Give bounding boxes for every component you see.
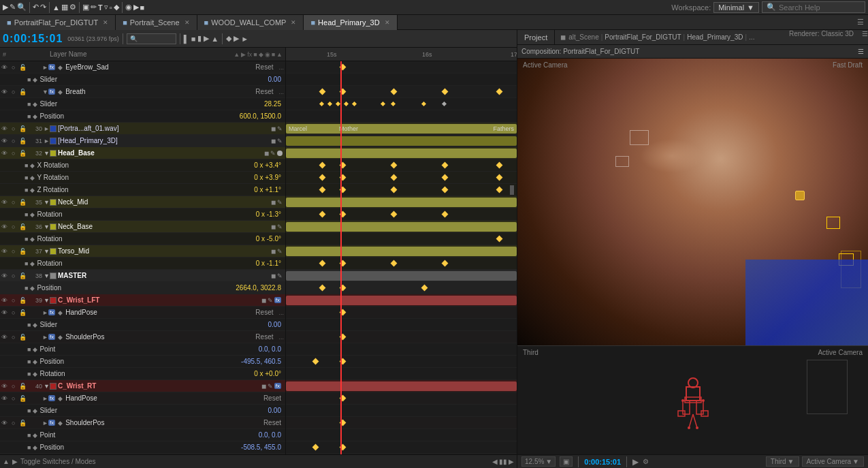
switch-icon-40[interactable]: ◼ (261, 383, 266, 390)
eye-icon[interactable]: 👁 (1, 64, 11, 71)
nav-icon[interactable]: ◼ (560, 33, 566, 41)
edit-icon-30[interactable]: ✎ (277, 125, 283, 132)
tl-bottom-icon2[interactable]: ▶ (12, 458, 18, 465)
toggle-label[interactable]: Toggle Switches / Modes (20, 458, 96, 465)
comp-options-icon[interactable]: ☰ (858, 48, 864, 55)
solo-icon-hp2[interactable]: ○ (12, 395, 18, 402)
eye-icon-sp2[interactable]: 👁 (1, 420, 11, 426)
expand-1[interactable]: ► (42, 64, 48, 71)
settings-icon[interactable]: ⚙ (69, 3, 76, 12)
tab-close-wood-wall[interactable]: ✕ (291, 19, 296, 26)
expand-36[interactable]: ▼ (44, 223, 50, 230)
redo-icon[interactable]: ↷ (40, 3, 46, 12)
switch-icon-39[interactable]: ◼ (261, 297, 266, 304)
camera-tool-icon[interactable]: ▲ (52, 3, 60, 12)
switch-icon-32[interactable]: ◼ (264, 150, 269, 157)
lock-icon-hp1[interactable]: 🔓 (19, 309, 26, 316)
tl-render-icon[interactable]: ◆ (226, 34, 231, 43)
tl-tool4[interactable]: ▶ (204, 34, 209, 43)
tab-portraitflat[interactable]: ■ PortraitFlat_For_DIGTUT ✕ (0, 15, 116, 30)
switch-icon-31[interactable]: ◼ (271, 138, 276, 144)
solo-icon-37[interactable]: ○ (12, 248, 18, 255)
lock-icon-hp2[interactable]: 🔓 (19, 395, 26, 402)
eye-icon-2[interactable]: 👁 (1, 89, 11, 95)
tab-head-primary[interactable]: ■ Head_Primary_3D ✕ (304, 15, 397, 30)
preview-icon[interactable]: ▶ (632, 457, 639, 467)
edit-icon-37[interactable]: ✎ (277, 248, 283, 255)
tab-close-head-primary[interactable]: ✕ (385, 19, 390, 26)
expand-sp1[interactable]: ► (42, 334, 48, 341)
tab-portrait-scene[interactable]: ■ Portrait_Scene ✕ (116, 15, 197, 30)
solo-icon-40[interactable]: ○ (12, 383, 18, 390)
nav-slider[interactable]: ▮▮ (499, 458, 507, 465)
eye-icon-39[interactable]: 👁 (1, 297, 11, 304)
pen-tool-icon[interactable]: ✎ (10, 3, 16, 12)
lock-icon-sp1[interactable]: 🔓 (19, 334, 26, 341)
solo-icon-38[interactable]: ○ (12, 272, 18, 279)
lock-icon-30[interactable]: 🔓 (19, 125, 26, 132)
solo-icon-2[interactable]: ○ (12, 89, 18, 95)
expand-39[interactable]: ▼ (44, 297, 50, 304)
solo-dot-32[interactable] (277, 151, 283, 156)
solo-icon-36[interactable]: ○ (12, 223, 18, 230)
eraser-tool-icon[interactable]: ▫ (110, 3, 112, 12)
path-tool-icon[interactable]: ▿ (104, 3, 108, 12)
expand-30[interactable]: ► (44, 125, 50, 132)
lock-icon-sp2[interactable]: 🔓 (19, 420, 26, 426)
eye-icon-32[interactable]: 👁 (1, 150, 11, 157)
solo-icon-35[interactable]: ○ (12, 199, 18, 206)
tl-tool5[interactable]: ▲ (211, 35, 219, 43)
preview-settings-icon[interactable]: ⚙ (643, 458, 649, 465)
tab-wood-wall[interactable]: ■ WOOD_WALL_COMP ✕ (197, 15, 304, 30)
eye-icon-30[interactable]: 👁 (1, 125, 11, 132)
expand-38[interactable]: ▼ (44, 272, 50, 279)
lock-icon-40[interactable]: 🔓 (19, 383, 26, 390)
tab-close-portraitflat[interactable]: ✕ (103, 19, 108, 26)
lock-icon[interactable]: 🔓 (19, 64, 26, 71)
solo-icon-39[interactable]: ○ (12, 297, 18, 304)
expand-40[interactable]: ▼ (44, 383, 50, 390)
shape-tool-icon[interactable]: ▣ (82, 3, 89, 12)
lock-icon-36[interactable]: 🔓 (19, 223, 26, 230)
eye-icon-sp1[interactable]: 👁 (1, 334, 11, 341)
tab-project[interactable]: Project (517, 30, 555, 44)
solo-icon[interactable]: ○ (12, 64, 18, 71)
tl-tool2[interactable]: ■ (191, 35, 196, 43)
expand-sp2[interactable]: ► (42, 420, 48, 426)
scrollbar-handle[interactable] (510, 185, 514, 195)
expand-35[interactable]: ▼ (44, 199, 50, 206)
brush-tool-icon[interactable]: ✏ (91, 3, 97, 12)
edit-icon-36[interactable]: ✎ (277, 223, 283, 230)
solo-icon-30[interactable]: ○ (12, 125, 18, 132)
target-icon[interactable]: ◉ (125, 3, 132, 12)
expand-32[interactable]: ▼ (44, 150, 50, 157)
switch-icon-30[interactable]: ◼ (271, 125, 276, 132)
lock-icon-38[interactable]: 🔓 (19, 272, 26, 279)
eye-icon-31[interactable]: 👁 (1, 138, 11, 144)
solo-icon-31[interactable]: ○ (12, 138, 18, 144)
tl-tool1[interactable]: ▌ (184, 35, 189, 43)
lock-icon-35[interactable]: 🔓 (19, 199, 26, 206)
expand-2[interactable]: ▼ (42, 89, 48, 95)
fit-icon[interactable]: ▣ (560, 456, 573, 467)
tl-preview2-icon[interactable]: ► (241, 35, 248, 43)
alt-scene-link[interactable]: alt_Scene (568, 33, 598, 41)
camera-dropdown[interactable]: Active Camera ▼ (802, 456, 864, 467)
stop-icon[interactable]: ■ (140, 3, 145, 12)
eye-icon-36[interactable]: 👁 (1, 223, 11, 230)
undo-icon[interactable]: ↶ (33, 3, 39, 12)
eye-icon-hp1[interactable]: 👁 (1, 309, 11, 316)
switch-icon-38[interactable]: ◼ (271, 272, 276, 279)
lock-icon-32[interactable]: 🔓 (19, 150, 26, 157)
eye-icon-hp2[interactable]: 👁 (1, 395, 11, 402)
tl-tool3[interactable]: ▮ (197, 34, 202, 43)
tab-close-portrait-scene[interactable]: ✕ (184, 19, 190, 26)
lock-icon-2[interactable]: 🔓 (19, 89, 26, 95)
expand-hp1[interactable]: ► (42, 309, 48, 316)
switch-icon-36[interactable]: ◼ (271, 223, 276, 230)
edit-icon-39[interactable]: ✎ (268, 297, 273, 304)
edit-icon-40[interactable]: ✎ (268, 383, 273, 390)
tl-preview-icon[interactable]: ▶ (234, 34, 239, 43)
edit-icon-38[interactable]: ✎ (277, 272, 283, 279)
lock-icon-31[interactable]: 🔓 (19, 138, 26, 144)
